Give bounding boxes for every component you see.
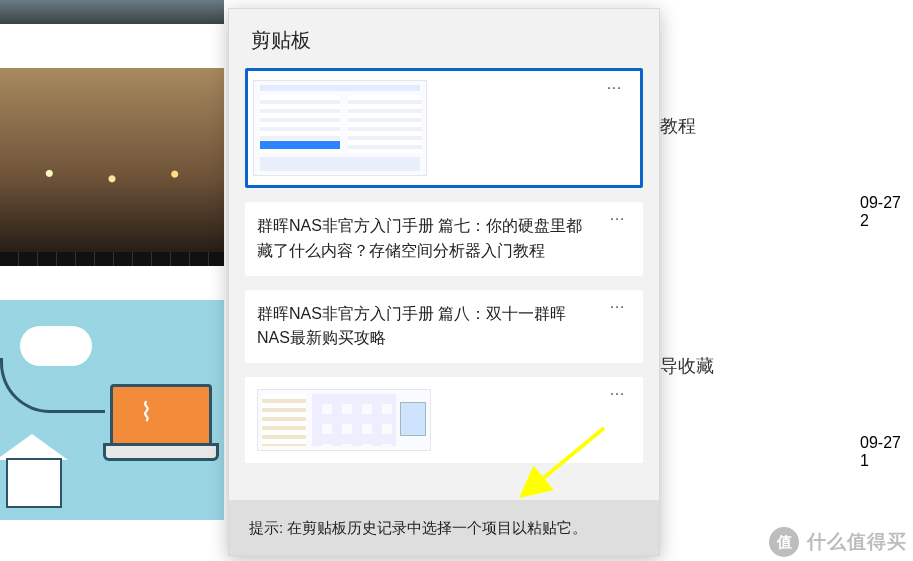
bg-image-flares	[0, 68, 224, 266]
clipboard-item-more-icon[interactable]: …	[609, 206, 627, 224]
bg-row-1	[0, 68, 224, 266]
watermark: 值 什么值得买	[769, 527, 907, 557]
watermark-badge: 值	[769, 527, 799, 557]
clipboard-item-more-icon[interactable]: …	[606, 75, 624, 93]
clipboard-item-more-icon[interactable]: …	[609, 294, 627, 312]
clipboard-item-2[interactable]: 群晖NAS非官方入门手册 篇七：你的硬盘里都藏了什么内容？存储空间分析器入门教程…	[245, 202, 643, 276]
clipboard-item-1[interactable]: …	[245, 68, 643, 188]
bg-row2-title: 导收藏	[660, 354, 714, 378]
clipboard-title: 剪贴板	[229, 9, 659, 68]
clipboard-item-text: 群晖NAS非官方入门手册 篇七：你的硬盘里都藏了什么内容？存储空间分析器入门教程	[257, 214, 635, 264]
bg-row2-date: 09-27 1	[860, 434, 913, 470]
watermark-text: 什么值得买	[807, 529, 907, 555]
clipboard-item-thumbnail	[257, 389, 431, 451]
clipboard-item-4[interactable]: …	[245, 377, 643, 463]
clipboard-item-3[interactable]: 群晖NAS非官方入门手册 篇八：双十一群晖NAS最新购买攻略 …	[245, 290, 643, 364]
clipboard-tip: 提示: 在剪贴板历史记录中选择一个项目以粘贴它。	[229, 500, 659, 555]
clipboard-list: … 群晖NAS非官方入门手册 篇七：你的硬盘里都藏了什么内容？存储空间分析器入门…	[229, 68, 659, 500]
bg-row1-date: 09-27 2	[860, 194, 913, 230]
clipboard-item-more-icon[interactable]: …	[609, 381, 627, 399]
clipboard-item-text: 群晖NAS非官方入门手册 篇八：双十一群晖NAS最新购买攻略	[257, 302, 635, 352]
clipboard-item-thumbnail	[253, 80, 427, 176]
bg-image-iot: ⌇	[0, 300, 224, 520]
bg-thumb-top	[0, 0, 224, 24]
clipboard-panel: 剪贴板 … 群晖NAS非官方入门手册 篇七：你的硬盘里都藏了什么内容？存储空间分…	[228, 8, 660, 556]
bg-row1-title: 教程	[660, 114, 696, 138]
